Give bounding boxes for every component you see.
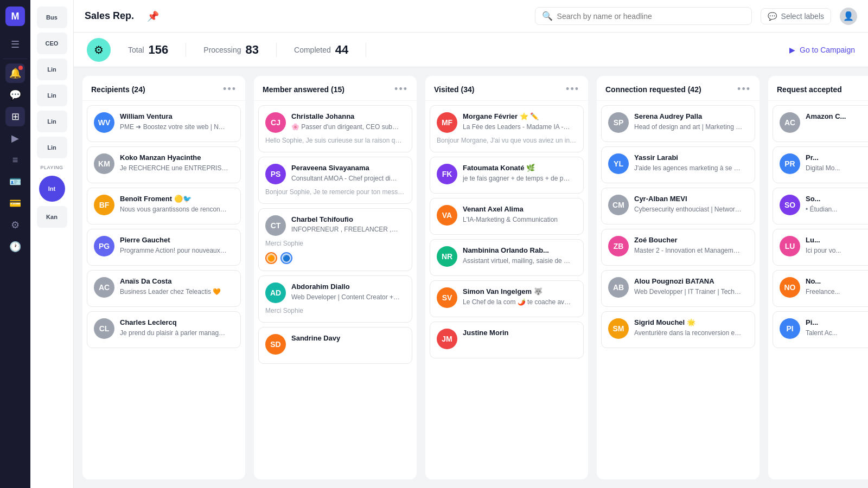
card-recipients-1[interactable]: KM Koko Manzan Hyacinthe Je RECHERCHE un… (87, 146, 241, 183)
user-avatar[interactable]: 👤 (840, 8, 857, 25)
card-subtitle: Master 2 - Innovation et Managemen... (634, 246, 743, 255)
card-connection-requested-5[interactable]: SM Sigrid Mouchel 🌟 Aventurière dans la … (601, 311, 755, 348)
card-connection-requested-4[interactable]: AB Alou Pougnozi BATANA Web Developper |… (601, 270, 755, 307)
card-header: MF Morgane Février ⭐ ✏️ La Fée des Leade… (437, 112, 577, 133)
pin-icon[interactable]: 📌 (147, 10, 159, 22)
card-member-answered-0[interactable]: CJ Christalle Johanna 🌸 Passer d'un diri… (258, 105, 412, 152)
campaign-item-lin2[interactable]: Lin (37, 85, 67, 106)
card-subtitle: Web Developer | Content Creator +5... (291, 293, 400, 302)
column-more-connection-requested[interactable]: ••• (737, 84, 751, 95)
card-message: Bonjour Morgane, J'ai vu que vous aviez … (437, 136, 577, 145)
card-visited-5[interactable]: JM Justine Morin (430, 322, 584, 358)
completed-label: Completed (294, 46, 331, 54)
processing-label: Processing (203, 46, 241, 54)
search-input[interactable] (557, 12, 745, 21)
column-more-visited[interactable]: ••• (566, 84, 579, 95)
card-avatar: AC (780, 112, 800, 133)
id-card-icon[interactable]: 🪪 (5, 172, 25, 191)
card-request-accepted-1[interactable]: PR Pr... Digital Mo... (773, 146, 868, 183)
go-to-campaign-button[interactable]: ▶ Go to Campaign (789, 46, 855, 54)
campaign-item-lin4[interactable]: Lin (37, 137, 67, 158)
card-avatar: SV (437, 287, 457, 308)
card-subtitle: Je prend du plaisir à parler managem... (120, 329, 228, 338)
card-header: SD Sandrine Davy (265, 334, 405, 355)
card-header: AD Abdorahim Diallo Web Developer | Cont… (265, 282, 405, 303)
card-name: Anaïs Da Costa (120, 277, 234, 286)
card-connection-requested-0[interactable]: SP Serena Audrey Palla Head of design an… (601, 105, 755, 142)
column-visited: Visited (34) ••• MF Morgane Février ⭐ ✏️… (425, 76, 588, 479)
card-recipients-0[interactable]: WV William Ventura PME ➜ Boostez votre s… (87, 105, 241, 142)
card-name: Charbel Tchifoufio (291, 215, 405, 224)
card-icon[interactable]: 💳 (5, 194, 25, 213)
card-subtitle: Aventurière dans la reconversion et e... (634, 329, 743, 338)
menu-icon[interactable]: ☰ (5, 35, 25, 54)
card-avatar: CJ (265, 112, 286, 133)
card-avatar: JM (437, 329, 457, 349)
play-icon[interactable]: ▶ (5, 129, 25, 148)
campaign-item-lin3[interactable]: Lin (37, 111, 67, 132)
card-visited-0[interactable]: MF Morgane Février ⭐ ✏️ La Fée des Leade… (430, 105, 584, 152)
card-visited-1[interactable]: FK Fatoumata Konaté 🌿 je te fais gagner … (430, 157, 584, 194)
stats-gear-icon[interactable]: ⚙ (87, 38, 111, 62)
labels-selector[interactable]: 💬 Select labels (761, 8, 831, 24)
grid-icon[interactable]: ⊞ (5, 107, 25, 126)
top-header: Sales Rep. 📌 🔍 💬 Select labels 👤 (74, 0, 868, 33)
card-header: SM Sigrid Mouchel 🌟 Aventurière dans la … (608, 318, 748, 339)
card-member-answered-4[interactable]: SD Sandrine Davy (258, 327, 412, 364)
card-request-accepted-2[interactable]: SO So... • Étudian... (773, 188, 868, 224)
card-recipients-5[interactable]: CL Charles Leclercq Je prend du plaisir … (87, 311, 241, 348)
card-member-answered-3[interactable]: AD Abdorahim Diallo Web Developer | Cont… (258, 275, 412, 323)
card-visited-4[interactable]: SV Simon Van Ingelgem 🐺 Le Chef de la co… (430, 280, 584, 317)
card-request-accepted-0[interactable]: AC Amazon C... (773, 105, 868, 142)
card-recipients-4[interactable]: AC Anaïs Da Costa Business Leader chez T… (87, 270, 241, 307)
completed-value: 44 (335, 43, 348, 57)
card-avatar: ZB (608, 236, 629, 256)
column-recipients: Recipients (24) ••• WV William Ventura P… (82, 76, 245, 479)
clock-icon[interactable]: 🕐 (5, 237, 25, 256)
list-icon[interactable]: ≡ (5, 150, 25, 170)
column-cards-recipients: WV William Ventura PME ➜ Boostez votre s… (82, 101, 245, 479)
card-connection-requested-2[interactable]: CM Cyr-Alban MEVI Cybersecurity enthouci… (601, 188, 755, 224)
settings-icon[interactable]: ⚙ (5, 215, 25, 235)
card-member-answered-2[interactable]: CT Charbel Tchifoufio INFOPRENEUR , FREE… (258, 208, 412, 272)
campaign-item-lin1[interactable]: Lin (37, 59, 67, 80)
column-more-member-answered[interactable]: ••• (394, 84, 408, 95)
column-title-recipients: Recipients (24) (91, 85, 145, 94)
search-bar[interactable]: 🔍 (535, 7, 752, 25)
card-subtitle: Cybersecurity enthouciast | Network ... (634, 205, 743, 214)
card-name: Venant Axel Alima (463, 205, 577, 214)
campaign-sidebar: Bus CEO Lin Lin Lin Lin PLAYING Int Kan (30, 0, 74, 488)
card-subtitle: Nous vous garantissons de rencontre... (120, 205, 228, 214)
column-title-connection-requested: Connection requested (42) (605, 85, 701, 94)
total-label: Total (128, 46, 144, 54)
card-name: No... (806, 277, 868, 286)
card-message: Merci Sophie (265, 306, 405, 316)
card-subtitle: Web Developper | IT Trainer | Tech Ev... (634, 287, 743, 297)
card-name: Abdorahim Diallo (291, 282, 405, 292)
card-subtitle: Digital Mo... (806, 164, 868, 173)
card-recipients-3[interactable]: PG Pierre Gauchet Programme Action! pour… (87, 229, 241, 266)
campaign-item-kan[interactable]: Kan (37, 206, 67, 228)
card-name: So... (806, 195, 868, 204)
card-connection-requested-3[interactable]: ZB Zoé Boucher Master 2 - Innovation et … (601, 229, 755, 266)
card-member-answered-1[interactable]: PS Peraveena Sivayanama Consultant AMOA … (258, 157, 412, 204)
card-request-accepted-5[interactable]: PI Pi... Talent Ac... (773, 311, 868, 348)
card-recipients-2[interactable]: BF Benoît Froment 🟡🐦 Nous vous garantiss… (87, 188, 241, 224)
campaign-item-int[interactable]: Int (39, 176, 65, 202)
campaign-item-ceo[interactable]: CEO (37, 33, 67, 54)
bell-icon[interactable]: 🔔 (5, 63, 25, 83)
card-request-accepted-4[interactable]: NO No... Freelance... (773, 270, 868, 307)
card-header: PI Pi... Talent Ac... (780, 318, 868, 339)
card-message: Bonjour Sophie, Je te remercie pour ton … (265, 188, 405, 197)
card-request-accepted-3[interactable]: LU Lu... Ici pour vo... (773, 229, 868, 266)
labels-icon: 💬 (768, 12, 777, 21)
card-avatar: NR (437, 246, 457, 267)
campaign-item-bus[interactable]: Bus (37, 7, 67, 28)
chat-icon[interactable]: 💬 (5, 85, 25, 105)
card-connection-requested-1[interactable]: YL Yassir Larabi J'aide les agences mark… (601, 146, 755, 183)
card-visited-2[interactable]: VA Venant Axel Alima L'IA-Marketing & Co… (430, 198, 584, 235)
app-logo: M (5, 7, 25, 26)
card-header: NO No... Freelance... (780, 277, 868, 298)
column-more-recipients[interactable]: ••• (223, 84, 237, 95)
card-visited-3[interactable]: NR Nambinina Orlando Rab... Assistant vi… (430, 239, 584, 276)
